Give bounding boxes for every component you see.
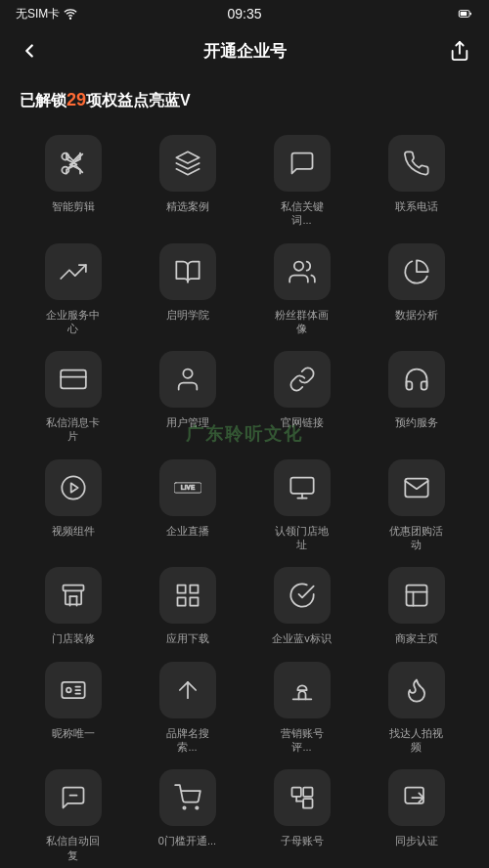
svg-point-14 (183, 369, 192, 378)
feature-label-nickname-unique: 昵称唯一 (52, 726, 95, 740)
feature-label-sync-auth: 同步认证 (395, 834, 438, 847)
feature-label-group-buy: 优惠团购活动 (385, 524, 448, 552)
feature-item-app-download[interactable]: 应用下载 (134, 567, 241, 645)
arrow-up-icon (174, 676, 201, 704)
store-icon (60, 582, 87, 609)
feature-label-private-card: 私信消息卡片 (42, 415, 105, 444)
sim-text: 无SIM卡 (16, 6, 60, 22)
trending-up-icon (60, 258, 87, 285)
feature-item-biz-service[interactable]: 企业服务中心 (20, 243, 126, 336)
check-circle-icon (289, 582, 316, 609)
feature-item-nickname-unique[interactable]: 昵称唯一 (20, 662, 126, 755)
feature-label-featured-cases: 精选案例 (166, 199, 209, 213)
message-auto-icon (60, 784, 87, 811)
feature-item-phone-contact[interactable]: 联系电话 (363, 135, 469, 228)
feature-icon-wrap-biz-service (45, 243, 102, 300)
status-bar: 无SIM卡 09:35 (0, 0, 489, 27)
feature-icon-wrap-marketing-eval (274, 662, 331, 718)
layout-icon (403, 582, 430, 609)
book-open-icon (174, 258, 201, 285)
feature-item-sync-auth[interactable]: 同步认证 (363, 769, 469, 862)
svg-rect-26 (177, 586, 185, 593)
feature-item-featured-cases[interactable]: 精选案例 (134, 135, 241, 228)
feature-item-store-decor[interactable]: 门店装修 (20, 567, 126, 645)
feature-label-store-decor: 门店装修 (52, 631, 95, 645)
link-icon (289, 366, 316, 393)
status-left: 无SIM卡 (16, 6, 77, 22)
feature-label-influencer-video: 找达人拍视频 (385, 726, 448, 755)
main-content: 已解锁29项权益点亮蓝V 智能剪辑 精选案例 私信关键词... 联系电话 企业服… (0, 74, 489, 868)
feature-icon-wrap-fan-portrait (274, 243, 331, 300)
share-button[interactable] (446, 37, 473, 65)
feature-item-brand-search[interactable]: 品牌名搜索... (134, 662, 241, 755)
phone-icon (403, 150, 430, 177)
svg-text:LIVE: LIVE (180, 484, 195, 491)
feature-icon-wrap-zero-threshold (159, 769, 216, 826)
feature-item-merchant-home[interactable]: 商家主页 (363, 567, 469, 645)
feature-item-sub-account[interactable]: 子母账号 (248, 769, 355, 862)
svg-point-34 (67, 687, 71, 692)
feature-icon-wrap-data-analysis (388, 243, 445, 300)
feature-label-qiming-academy: 启明学院 (166, 308, 209, 322)
feature-label-data-analysis: 数据分析 (395, 308, 438, 322)
feature-icon-wrap-user-manage (159, 351, 216, 408)
svg-rect-12 (61, 370, 86, 389)
feature-icon-wrap-merchant-home (388, 567, 445, 624)
feature-icon-wrap-blue-v-badge (274, 567, 331, 624)
feature-icon-wrap-video-widget (45, 459, 102, 516)
svg-rect-22 (63, 586, 83, 591)
user-circle-icon (174, 366, 201, 393)
feature-icon-wrap-enterprise-live: LIVE (159, 459, 216, 516)
unlock-count: 29 (67, 90, 86, 109)
feature-icon-wrap-store-decor (45, 567, 102, 624)
feature-item-influencer-video[interactable]: 找达人拍视频 (363, 662, 469, 755)
credit-card-icon (60, 366, 87, 393)
feature-label-official-link: 官网链接 (281, 415, 324, 429)
feature-icon-wrap-auto-reply (45, 769, 102, 826)
back-button[interactable] (16, 37, 43, 65)
svg-rect-40 (291, 788, 300, 797)
svg-rect-27 (190, 586, 198, 593)
status-time: 09:35 (227, 6, 261, 22)
charge-icon (458, 6, 473, 22)
layers-icon (174, 150, 201, 177)
feature-label-book-service: 预约服务 (395, 415, 438, 429)
feature-item-data-analysis[interactable]: 数据分析 (363, 243, 469, 336)
svg-line-9 (75, 166, 81, 172)
feature-item-book-service[interactable]: 预约服务 (363, 351, 469, 444)
feature-label-blue-v-badge: 企业蓝v标识 (272, 631, 332, 645)
feature-item-blue-v-badge[interactable]: 企业蓝v标识 (248, 567, 355, 645)
feature-item-user-manage[interactable]: 用户管理 (134, 351, 241, 444)
feature-label-merchant-home: 商家主页 (395, 631, 438, 645)
grid-icon (174, 582, 201, 609)
feature-item-official-link[interactable]: 官网链接 (248, 351, 355, 444)
feature-item-qiming-academy[interactable]: 启明学院 (134, 243, 241, 336)
feature-icon-wrap-app-download (159, 567, 216, 624)
svg-rect-2 (461, 12, 467, 16)
headphones-icon (403, 366, 430, 393)
feature-item-private-card[interactable]: 私信消息卡片 (20, 351, 126, 444)
feature-item-group-buy[interactable]: 优惠团购活动 (363, 459, 469, 552)
feature-item-auto-reply[interactable]: 私信自动回复 (20, 769, 126, 862)
feature-item-enterprise-live[interactable]: LIVE 企业直播 (134, 459, 241, 552)
svg-point-11 (293, 261, 302, 270)
feature-item-private-keyword[interactable]: 私信关键词... (248, 135, 355, 228)
svg-point-38 (183, 807, 185, 809)
svg-rect-30 (406, 586, 426, 606)
nav-title: 开通企业号 (203, 40, 287, 63)
svg-point-0 (70, 18, 71, 19)
feature-label-marketing-eval: 营销账号评... (271, 726, 333, 755)
feature-icon-wrap-influencer-video (388, 662, 445, 718)
feature-item-smart-edit[interactable]: 智能剪辑 (20, 135, 126, 228)
svg-point-15 (62, 476, 84, 499)
feature-item-claim-store[interactable]: 认领门店地址 (248, 459, 355, 552)
feature-item-fan-portrait[interactable]: 粉丝群体画像 (248, 243, 355, 336)
feature-item-video-widget[interactable]: 视频组件 (20, 459, 126, 552)
svg-rect-41 (303, 788, 312, 797)
feature-icon-wrap-book-service (388, 351, 445, 408)
feature-label-video-widget: 视频组件 (52, 524, 95, 538)
feature-icon-wrap-sync-auth (388, 769, 445, 826)
sub-account-icon (289, 784, 316, 811)
feature-item-zero-threshold[interactable]: 0门槛开通... (134, 769, 241, 862)
feature-item-marketing-eval[interactable]: 营销账号评... (248, 662, 355, 755)
